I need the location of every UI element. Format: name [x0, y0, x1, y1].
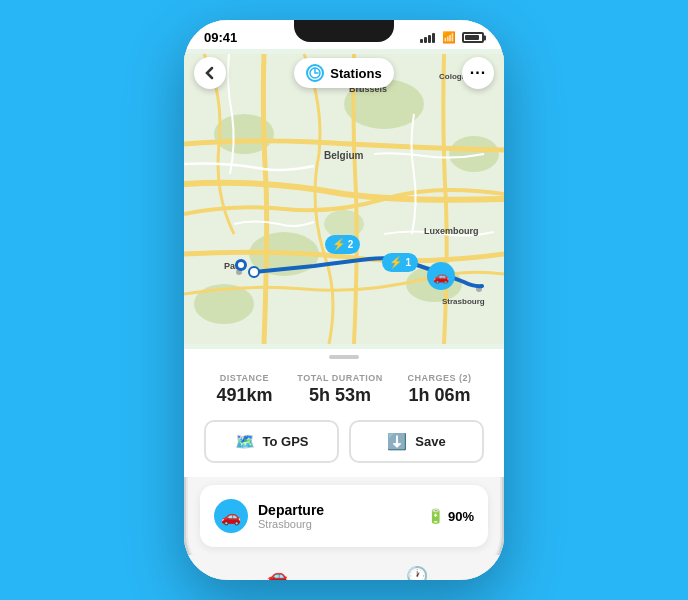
departure-header: 🚗 Departure Strasbourg 🔋 90% — [214, 499, 474, 533]
departure-card: 🚗 Departure Strasbourg 🔋 90% — [200, 485, 488, 547]
duration-stat: TOTAL DURATION 5h 53m — [297, 373, 382, 406]
svg-text:Strasbourg: Strasbourg — [442, 297, 485, 306]
svg-text:Belgium: Belgium — [324, 150, 364, 161]
battery-status: 🔋 90% — [427, 508, 474, 524]
battery-icon — [462, 32, 484, 43]
charge-marker-1[interactable]: ⚡ 1 — [382, 253, 418, 272]
gps-label: To GPS — [263, 434, 309, 449]
stations-icon — [306, 64, 324, 82]
svg-point-3 — [449, 136, 499, 172]
svg-point-18 — [249, 267, 259, 277]
route-stats: DISTANCE 491km TOTAL DURATION 5h 53m CHA… — [204, 373, 484, 406]
map-container: Brussels Belgium Cologne Luxembourg Pari… — [184, 49, 504, 349]
bottom-stats: 🚗 110km 🕐 54m — [184, 555, 504, 580]
distance-stat: DISTANCE 491km — [216, 373, 272, 406]
origin-marker — [235, 259, 247, 271]
bottom-duration-stat: 🕐 54m — [406, 565, 428, 580]
route-info: DISTANCE 491km TOTAL DURATION 5h 53m CHA… — [184, 363, 504, 477]
departure-subtitle: Strasbourg — [258, 518, 324, 530]
save-label: Save — [415, 434, 445, 449]
bottom-clock-icon: 🕐 — [406, 565, 428, 580]
battery-percentage: 90% — [448, 509, 474, 524]
duration-value: 5h 53m — [309, 385, 371, 406]
map-toolbar: Stations ··· — [184, 57, 504, 89]
charges-label: CHARGES (2) — [408, 373, 472, 383]
wifi-icon: 📶 — [442, 31, 456, 44]
distance-label: DISTANCE — [220, 373, 269, 383]
departure-left: 🚗 Departure Strasbourg — [214, 499, 324, 533]
more-icon: ··· — [470, 64, 486, 82]
charge-2-label: 2 — [348, 239, 354, 250]
departure-info: Departure Strasbourg — [258, 502, 324, 530]
phone-frame: 09:41 📶 — [184, 20, 504, 580]
save-button[interactable]: ⬇️ Save — [349, 420, 484, 463]
departure-title: Departure — [258, 502, 324, 518]
car-icon: 🚗 — [433, 269, 449, 284]
car-marker[interactable]: 🚗 — [427, 262, 455, 290]
status-time: 09:41 — [204, 30, 237, 45]
battery-status-icon: 🔋 — [427, 508, 444, 524]
svg-text:Luxembourg: Luxembourg — [424, 226, 479, 236]
gps-icon: 🗺️ — [235, 432, 255, 451]
duration-label: TOTAL DURATION — [297, 373, 382, 383]
more-button[interactable]: ··· — [462, 57, 494, 89]
departure-car-icon: 🚗 — [221, 507, 241, 526]
status-icons: 📶 — [420, 31, 484, 44]
notch — [294, 20, 394, 42]
distance-value: 491km — [216, 385, 272, 406]
stations-label: Stations — [330, 66, 381, 81]
bottom-distance-stat: 🚗 110km — [260, 565, 294, 580]
charge-1-label: 1 — [405, 257, 411, 268]
gps-button[interactable]: 🗺️ To GPS — [204, 420, 339, 463]
back-button[interactable] — [194, 57, 226, 89]
bottom-car-icon: 🚗 — [266, 565, 288, 580]
car-icon-circle: 🚗 — [214, 499, 248, 533]
stations-button[interactable]: Stations — [294, 58, 393, 88]
charges-stat: CHARGES (2) 1h 06m — [408, 373, 472, 406]
action-buttons: 🗺️ To GPS ⬇️ Save — [204, 420, 484, 463]
charges-value: 1h 06m — [409, 385, 471, 406]
scroll-dot — [329, 355, 359, 359]
signal-icon — [420, 33, 435, 43]
save-icon: ⬇️ — [387, 432, 407, 451]
charge-marker-2[interactable]: ⚡ 2 — [325, 235, 361, 254]
scroll-indicator — [184, 349, 504, 363]
